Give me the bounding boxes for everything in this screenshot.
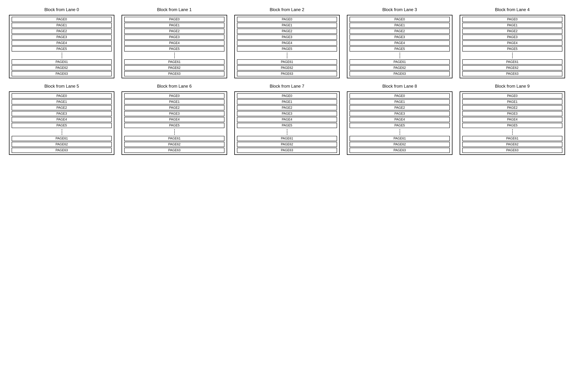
lane-title: Block from Lane 3 [347,7,452,12]
page-cell: PAGE3 [12,35,112,40]
ellipsis-icon [462,52,562,59]
page-cell: PAGE61 [462,136,562,141]
page-cell: PAGE5 [124,46,224,52]
page-cell: PAGE3 [124,111,224,116]
page-cell: PAGE4 [237,40,337,46]
page-cell: PAGE4 [349,40,450,46]
page-cell: PAGE3 [237,35,337,40]
page-cell: PAGE61 [124,59,224,65]
page-cell: PAGE1 [124,23,224,28]
lane-block: PAGE0PAGE1PAGE2PAGE3PAGE4PAGE5PAGE61PAGE… [234,91,340,155]
page-cell: PAGE2 [12,29,112,34]
lane-title: Block from Lane 2 [234,7,340,12]
lane-title: Block from Lane 1 [122,7,227,12]
page-cell: PAGE63 [237,71,337,76]
lane-block: PAGE0PAGE1PAGE2PAGE3PAGE4PAGE5PAGE61PAGE… [234,15,340,78]
page-cell: PAGE3 [462,35,562,40]
lane-title: Block from Lane 7 [234,84,340,89]
page-cell: PAGE62 [237,65,337,70]
page-cell: PAGE1 [349,23,450,28]
page-cell: PAGE5 [237,46,337,52]
page-cell: PAGE0 [349,93,450,98]
page-cell: PAGE3 [462,111,562,116]
page-cell: PAGE1 [124,99,224,104]
page-cell: PAGE1 [462,23,562,28]
lane-block: PAGE0PAGE1PAGE2PAGE3PAGE4PAGE5PAGE61PAGE… [9,15,114,78]
page-cell: PAGE0 [124,93,224,98]
page-cell: PAGE2 [12,105,112,110]
page-cell: PAGE3 [12,111,112,116]
page-cell: PAGE0 [349,17,450,22]
page-cell: PAGE2 [462,29,562,34]
lane-group-5: Block from Lane 5PAGE0PAGE1PAGE2PAGE3PAG… [9,84,114,155]
page-cell: PAGE63 [124,71,224,76]
page-cell: PAGE1 [462,99,562,104]
lane-group-9: Block from Lane 9PAGE0PAGE1PAGE2PAGE3PAG… [460,84,565,155]
page-cell: PAGE1 [349,99,450,104]
lane-grid: Block from Lane 0PAGE0PAGE1PAGE2PAGE3PAG… [9,7,565,155]
ellipsis-icon [237,52,337,59]
page-cell: PAGE62 [237,142,337,147]
page-cell: PAGE63 [12,148,112,153]
page-cell: PAGE61 [124,136,224,141]
page-cell: PAGE62 [124,65,224,70]
lane-title: Block from Lane 0 [9,7,114,12]
lane-block: PAGE0PAGE1PAGE2PAGE3PAGE4PAGE5PAGE61PAGE… [460,91,565,155]
page-cell: PAGE2 [349,105,450,110]
page-cell: PAGE3 [349,111,450,116]
page-cell: PAGE0 [124,17,224,22]
lane-group-8: Block from Lane 8PAGE0PAGE1PAGE2PAGE3PAG… [347,84,452,155]
page-cell: PAGE4 [462,40,562,46]
page-cell: PAGE62 [462,65,562,70]
page-cell: PAGE61 [349,59,450,65]
page-cell: PAGE5 [237,123,337,128]
page-cell: PAGE61 [237,136,337,141]
page-cell: PAGE2 [462,105,562,110]
page-cell: PAGE61 [237,59,337,65]
page-cell: PAGE2 [237,29,337,34]
ellipsis-icon [124,129,224,135]
page-cell: PAGE4 [349,117,450,122]
lane-block: PAGE0PAGE1PAGE2PAGE3PAGE4PAGE5PAGE61PAGE… [460,15,565,78]
ellipsis-icon [237,129,337,135]
page-cell: PAGE5 [12,46,112,52]
page-cell: PAGE63 [237,148,337,153]
lane-block: PAGE0PAGE1PAGE2PAGE3PAGE4PAGE5PAGE61PAGE… [9,91,114,155]
page-cell: PAGE63 [462,71,562,76]
lane-title: Block from Lane 9 [460,84,565,89]
lane-block: PAGE0PAGE1PAGE2PAGE3PAGE4PAGE5PAGE61PAGE… [347,15,452,78]
ellipsis-icon [349,129,450,135]
ellipsis-icon [462,129,562,135]
page-cell: PAGE63 [462,148,562,153]
page-cell: PAGE1 [12,23,112,28]
ellipsis-icon [12,129,112,135]
page-cell: PAGE1 [12,99,112,104]
page-cell: PAGE5 [349,46,450,52]
page-cell: PAGE3 [124,35,224,40]
page-cell: PAGE5 [124,123,224,128]
page-cell: PAGE62 [12,142,112,147]
page-cell: PAGE61 [12,136,112,141]
page-cell: PAGE0 [12,17,112,22]
page-cell: PAGE5 [12,123,112,128]
page-cell: PAGE4 [124,40,224,46]
lane-group-1: Block from Lane 1PAGE0PAGE1PAGE2PAGE3PAG… [122,7,227,78]
page-cell: PAGE62 [349,142,450,147]
page-cell: PAGE2 [124,29,224,34]
lane-group-6: Block from Lane 6PAGE0PAGE1PAGE2PAGE3PAG… [122,84,227,155]
lane-group-2: Block from Lane 2PAGE0PAGE1PAGE2PAGE3PAG… [234,7,340,78]
page-cell: PAGE4 [12,40,112,46]
page-cell: PAGE1 [237,99,337,104]
lane-group-7: Block from Lane 7PAGE0PAGE1PAGE2PAGE3PAG… [234,84,340,155]
page-cell: PAGE0 [237,17,337,22]
page-cell: PAGE63 [12,71,112,76]
page-cell: PAGE63 [349,71,450,76]
lane-title: Block from Lane 5 [9,84,114,89]
page-cell: PAGE5 [462,46,562,52]
lane-group-0: Block from Lane 0PAGE0PAGE1PAGE2PAGE3PAG… [9,7,114,78]
page-cell: PAGE63 [124,148,224,153]
page-cell: PAGE2 [237,105,337,110]
page-cell: PAGE0 [462,17,562,22]
page-cell: PAGE61 [349,136,450,141]
lane-group-3: Block from Lane 3PAGE0PAGE1PAGE2PAGE3PAG… [347,7,452,78]
